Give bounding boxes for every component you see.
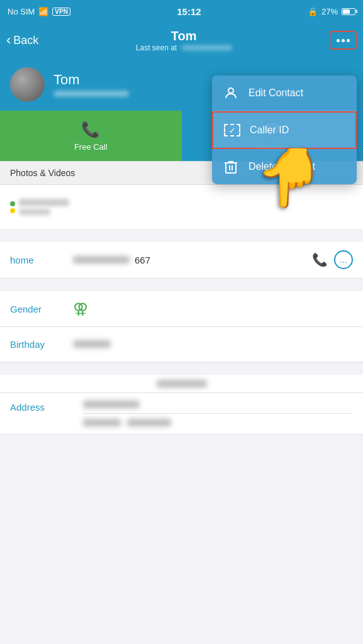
status-dots xyxy=(10,201,15,213)
dot3 xyxy=(347,39,350,42)
address-field1 xyxy=(83,401,353,414)
free-call-button[interactable]: 📞 Free Call xyxy=(0,111,182,161)
birthday-value xyxy=(73,339,353,350)
birthday-blurred xyxy=(73,340,111,348)
caller-id-item[interactable]: ✓ Caller ID xyxy=(212,111,357,149)
avatar xyxy=(10,67,45,102)
nav-header: ‹ Back Tom Last seen at xyxy=(0,23,363,60)
separator1 xyxy=(0,229,363,242)
battery-label: 27% xyxy=(321,7,338,16)
phone-blurred xyxy=(73,256,130,264)
vpn-badge: VPN xyxy=(52,8,70,16)
delete-contact-item[interactable]: Delete Contact xyxy=(212,149,357,184)
svg-rect-1 xyxy=(226,163,236,173)
address-blurred2 xyxy=(83,419,121,426)
back-label: Back xyxy=(13,34,38,47)
status-left: No SIM 📶 VPN xyxy=(8,7,70,16)
wifi-icon: 📶 xyxy=(38,7,48,16)
gender-value: ⚢ xyxy=(73,300,353,318)
address-section: Address xyxy=(0,375,363,435)
nav-title: Tom xyxy=(38,29,329,43)
caller-id-icon: ✓ xyxy=(223,121,241,139)
birthday-label: Birthday xyxy=(10,339,73,350)
call-small-icon[interactable]: 📞 xyxy=(312,252,328,267)
person-icon xyxy=(222,84,240,102)
status-right: 🔒 27% xyxy=(308,7,355,16)
trash-icon xyxy=(222,158,240,175)
status-time: 15:12 xyxy=(177,6,201,17)
photos-bar-label: Photos & Videos xyxy=(10,168,75,178)
address-fields xyxy=(83,401,353,426)
free-call-label: Free Call xyxy=(74,142,108,152)
dot-green xyxy=(10,201,15,206)
dot2 xyxy=(342,39,345,42)
svg-point-0 xyxy=(228,88,233,93)
edit-contact-item[interactable]: Edit Contact xyxy=(212,75,357,111)
dot1 xyxy=(337,39,340,42)
phone-value: 667 xyxy=(73,255,312,265)
caller-id-label: Caller ID xyxy=(250,125,289,136)
address-blurred1 xyxy=(83,401,140,408)
gender-row: Gender ⚢ xyxy=(0,291,363,327)
gender-label: Gender xyxy=(10,304,73,314)
message-small-button[interactable]: … xyxy=(334,250,353,269)
gender-symbol: ⚢ xyxy=(73,300,88,317)
carrier-label: No SIM xyxy=(8,7,35,16)
blurred-images-row xyxy=(0,185,363,229)
more-options-button[interactable] xyxy=(329,31,357,50)
phone-icon: 📞 xyxy=(81,121,100,138)
profile-blurred-info xyxy=(53,91,129,97)
phone-label: home xyxy=(10,255,73,265)
address-row: Address xyxy=(0,393,363,435)
delete-contact-label: Delete Contact xyxy=(249,161,315,172)
dot-yellow xyxy=(10,208,15,213)
address-blurred3 xyxy=(127,419,171,426)
lock-icon: 🔒 xyxy=(308,7,318,16)
nav-center: Tom Last seen at xyxy=(38,29,329,52)
edit-contact-label: Edit Contact xyxy=(249,87,303,99)
dropdown-menu[interactable]: Edit Contact ✓ Caller ID Delete Contact xyxy=(212,75,357,184)
phone-row: home 667 📞 … xyxy=(0,242,363,279)
back-button[interactable]: ‹ Back xyxy=(6,32,38,48)
profile-info: Tom xyxy=(53,72,129,97)
battery-icon xyxy=(342,8,355,15)
phone-suffix: 667 xyxy=(135,255,150,265)
blurred-content xyxy=(19,199,69,215)
caller-id-box-icon: ✓ xyxy=(224,124,240,136)
address-label: Address xyxy=(10,401,73,426)
chevron-left-icon: ‹ xyxy=(6,32,11,48)
status-bar: No SIM 📶 VPN 15:12 🔒 27% xyxy=(0,0,363,23)
address-field2 xyxy=(83,419,353,426)
nav-subtitle: Last seen at xyxy=(38,43,329,52)
address-blurred-top xyxy=(157,380,207,387)
separator3 xyxy=(0,362,363,375)
profile-name: Tom xyxy=(53,72,129,88)
birthday-row: Birthday xyxy=(0,327,363,362)
separator2 xyxy=(0,279,363,291)
